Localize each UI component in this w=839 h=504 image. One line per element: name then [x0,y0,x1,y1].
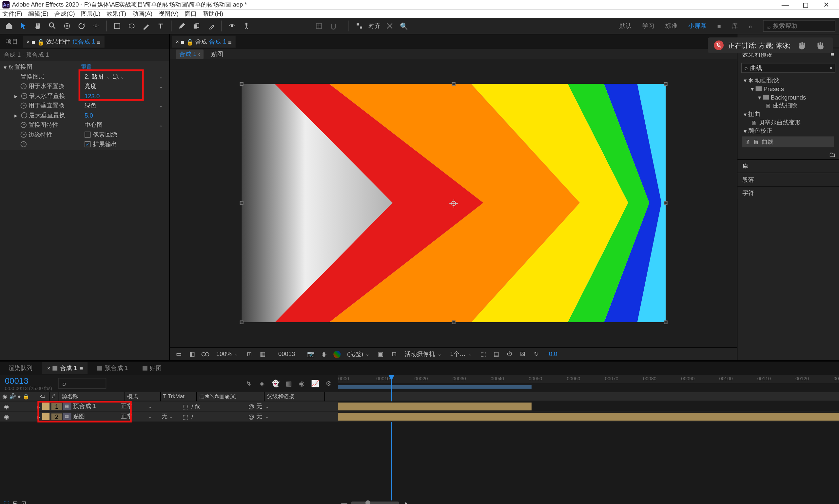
tree-color-correction[interactable]: 颜色校正 [748,127,772,135]
eraser-tool-icon[interactable] [206,21,216,32]
zoom-out-icon[interactable]: ▬ [341,500,347,504]
transform-handle[interactable] [452,321,455,324]
search-icon[interactable]: 🔍 [399,21,409,32]
channel-icon[interactable] [333,350,340,358]
name-column[interactable]: 源名称 [59,392,124,401]
stopwatch-icon[interactable] [21,93,27,99]
workspace-learn[interactable]: 学习 [642,22,654,30]
prop-layer-dropdown[interactable]: 2. 贴图 ⌄ [85,72,110,81]
prop-hmap-dropdown[interactable]: 亮度 [85,82,139,91]
draft3d-icon[interactable]: ◈ [257,379,267,388]
new-bin-icon[interactable]: 🗀 [829,151,835,158]
resolution-dropdown[interactable]: (完整)⌄ [345,350,371,358]
exposure-value[interactable]: +0.0 [545,351,557,357]
glasses-icon[interactable] [201,350,210,358]
edge-checkbox[interactable] [85,132,90,138]
snap-toggle-icon[interactable] [354,21,365,32]
tree-distort[interactable]: 扭曲 [748,110,761,118]
stopwatch-icon[interactable] [21,103,27,108]
transform-handle[interactable] [664,201,667,205]
blend-mode-dropdown[interactable]: 正常⌄ [119,402,154,410]
stopwatch-icon[interactable] [21,83,27,89]
toggle-switches-icon[interactable]: ⬚ [4,500,9,504]
workspace-default[interactable]: 默认 [619,22,632,30]
reset-exposure-icon[interactable]: ↻ [532,350,540,358]
home-tool-icon[interactable] [4,21,14,32]
transform-handle[interactable] [664,82,667,86]
blend-mode-dropdown[interactable]: 正常⌄ [119,412,154,421]
zoom-tool-icon[interactable] [47,21,58,32]
views-dropdown[interactable]: 1个…⌄ [448,350,474,358]
brush-tool-icon[interactable] [176,21,187,32]
label-color[interactable] [42,402,50,410]
workspace-menu-icon[interactable]: ≡ [717,23,721,29]
audio-column-icon[interactable]: 🔊 [9,394,16,399]
stopwatch-icon[interactable] [21,122,27,128]
menu-edit[interactable]: 编辑(E) [28,10,48,18]
transparency-grid-icon[interactable]: ▦ [258,350,267,358]
flowchart-icon[interactable]: ⚄ [519,350,527,358]
layer-duration-bar[interactable] [338,413,839,421]
prop-layer-src-dropdown[interactable]: 源⌄ [113,72,124,81]
lock-column-icon[interactable]: 🔒 [23,394,29,399]
menu-effect[interactable]: 效果(T) [106,10,126,18]
layer-name[interactable]: 预合成 1 [73,402,119,410]
work-area-bar[interactable] [338,385,531,389]
workspace-standard[interactable]: 标准 [665,22,678,30]
menu-animation[interactable]: 动画(A) [133,10,152,18]
text-tool-icon[interactable]: T [155,21,166,32]
prop-vmap-dropdown[interactable]: 绿色 [85,102,139,110]
tree-curves-selected[interactable]: 🗎🗎曲线 [742,137,834,147]
mask-toggle-icon[interactable]: ◧ [188,350,196,358]
menu-composition[interactable]: 合成(C) [54,10,75,18]
hand-tool-icon[interactable] [33,21,43,32]
zoom-in-icon[interactable]: ▲ [403,500,409,504]
eye-toggle[interactable]: ◉ [2,413,11,420]
transform-handle[interactable] [240,321,243,324]
graph-editor-icon[interactable]: 📈 [310,379,320,388]
prop-hmax-value[interactable]: 123.0 [85,93,139,99]
layer-row[interactable]: ◉▸1▦预合成 1正常⌄⬚/fx@无 ⌄ [0,401,839,412]
project-tab[interactable]: 项目 [2,36,22,48]
library-panel-header[interactable]: 库 [737,160,839,173]
camera-dropdown[interactable]: 活动摄像机⌄ [403,350,443,358]
pickwhip-icon[interactable]: @ [248,413,254,420]
overflow-icon[interactable]: » [749,23,752,29]
roto-tool-icon[interactable] [226,21,237,32]
solo-column-icon[interactable]: ● [17,394,21,399]
transform-switch[interactable]: ⬚ [182,403,188,409]
orbit-tool-icon[interactable] [62,21,72,32]
pixel-aspect-icon[interactable]: ⬚ [479,350,487,358]
transform-handle[interactable] [240,201,243,205]
menu-file[interactable]: 文件(F) [2,10,22,18]
timeline-search[interactable]: ⌕ [58,378,106,389]
align-label[interactable]: 对齐 [368,22,381,30]
hide-shy-icon[interactable]: 👻 [271,379,280,388]
snap-option-icon[interactable] [384,21,395,32]
current-timecode[interactable]: 00013 [5,376,52,385]
tree-presets[interactable]: Presets [764,86,784,92]
effect-controls-tab[interactable]: × ■ 🔒 效果控件 预合成 1 ≡ [23,36,104,48]
character-panel-header[interactable]: 字符 [737,186,839,199]
stopwatch-icon[interactable] [21,141,27,147]
current-frame[interactable]: 00013 [272,351,302,357]
search-help-input[interactable]: ⌕ 搜索帮助 [763,20,835,32]
toggle-modes-icon[interactable]: ⊟ [13,500,18,504]
presets-search[interactable]: ⌕ × [741,63,835,73]
fast-preview-icon[interactable]: ▤ [492,350,501,358]
composition-mini-flow-icon[interactable]: ↯ [244,379,254,388]
trkmat-dropdown[interactable]: 无⌄ [154,412,180,421]
workspace-library[interactable]: 库 [732,22,738,30]
menu-window[interactable]: 窗口 [185,10,197,18]
timeline-icon[interactable]: ⏱ [505,350,514,358]
menu-view[interactable]: 视图(V) [159,10,179,18]
camera-icon[interactable]: 📷 [307,350,315,358]
frame-blend-icon[interactable]: ▥ [284,379,293,388]
parent-dropdown[interactable]: 无 ⌄ [256,402,269,410]
flowchart-active[interactable]: 合成 1 [179,50,196,57]
time-ruler[interactable]: 0000000100002000030000400005000060000700… [338,375,839,383]
menu-help[interactable]: 帮助(H) [203,10,223,18]
maximize-button[interactable]: ◻ [796,1,816,9]
close-button[interactable]: ✕ [816,1,837,9]
stopwatch-icon[interactable] [21,132,27,138]
